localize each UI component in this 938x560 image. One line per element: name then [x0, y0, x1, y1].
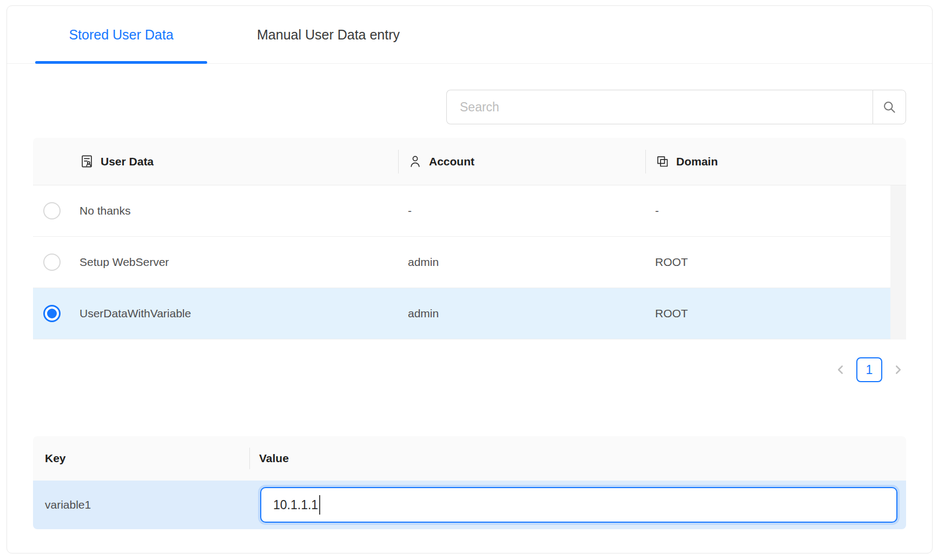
- column-header-value: Value: [249, 436, 906, 481]
- table-header-row: User Data Account Domain: [33, 138, 906, 185]
- user-data-table: User Data Account Domain: [33, 138, 906, 339]
- cell-domain: ROOT: [645, 288, 890, 339]
- chevron-right-icon: [891, 363, 905, 377]
- page-number-button[interactable]: 1: [856, 357, 882, 382]
- cell-account: -: [398, 185, 645, 236]
- table-body: No thanks - - Setup WebServer admin ROOT…: [33, 185, 906, 339]
- cell-account: admin: [398, 237, 645, 288]
- next-page-button[interactable]: [891, 363, 905, 377]
- tab-stored-user-data[interactable]: Stored User Data: [35, 6, 207, 64]
- key-value-table: Key Value variable1 10.1.1.1: [33, 436, 906, 529]
- column-header-key: Key: [33, 452, 249, 465]
- active-tab-indicator: [35, 61, 207, 64]
- row-radio[interactable]: [43, 254, 61, 271]
- table-row-no-thanks[interactable]: No thanks - -: [33, 185, 890, 237]
- selection-column-header: [33, 138, 71, 185]
- block-icon: [655, 154, 670, 169]
- cell-account: admin: [398, 288, 645, 339]
- search-group: [446, 90, 906, 124]
- table-scrollbar[interactable]: [890, 185, 906, 339]
- column-title: Account: [429, 155, 474, 168]
- column-title: User Data: [101, 155, 154, 168]
- value-input-text: 10.1.1.1: [273, 498, 318, 512]
- column-header-user-data: User Data: [71, 138, 398, 185]
- table-row-setup-webserver[interactable]: Setup WebServer admin ROOT: [33, 237, 890, 288]
- current-page: 1: [866, 363, 873, 377]
- row-radio-checked[interactable]: [43, 305, 61, 322]
- chevron-left-icon: [834, 363, 848, 377]
- pagination: 1: [834, 356, 905, 383]
- column-header-domain: Domain: [645, 138, 890, 185]
- previous-page-button[interactable]: [834, 363, 848, 377]
- column-header-account: Account: [398, 138, 645, 185]
- cell-domain: -: [645, 185, 890, 236]
- table-row-userdatawithvariable[interactable]: UserDataWithVariable admin ROOT: [33, 288, 890, 339]
- cell-user-data: UserDataWithVariable: [71, 288, 398, 339]
- text-caret: [319, 495, 320, 515]
- user-data-document-icon: [80, 154, 94, 169]
- kv-row-variable1: variable1 10.1.1.1: [33, 481, 906, 529]
- person-icon: [408, 154, 422, 169]
- kv-key-label: variable1: [33, 498, 249, 511]
- cell-user-data: No thanks: [71, 185, 398, 236]
- user-data-panel: Stored User Data Manual User Data entry: [6, 5, 933, 554]
- tab-label: Manual User Data entry: [257, 27, 400, 43]
- tab-label: Stored User Data: [69, 27, 173, 43]
- search-icon: [882, 99, 897, 115]
- tab-manual-user-data-entry[interactable]: Manual User Data entry: [257, 6, 400, 64]
- tab-bar: Stored User Data Manual User Data entry: [7, 6, 932, 64]
- cell-user-data: Setup WebServer: [71, 237, 398, 288]
- search-button[interactable]: [873, 90, 906, 124]
- column-title: Domain: [676, 155, 718, 168]
- kv-header-row: Key Value: [33, 436, 906, 481]
- search-input[interactable]: [446, 90, 873, 124]
- row-radio[interactable]: [43, 202, 61, 219]
- cell-domain: ROOT: [645, 237, 890, 288]
- value-input[interactable]: 10.1.1.1: [260, 487, 897, 523]
